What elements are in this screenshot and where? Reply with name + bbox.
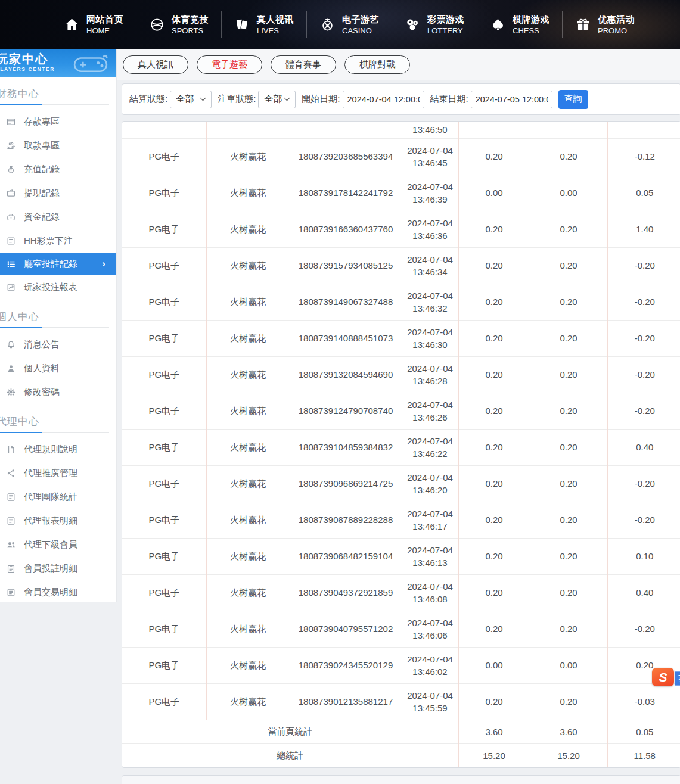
game-cell: 火树赢花 bbox=[206, 211, 290, 247]
game-cell: 火树赢花 bbox=[206, 683, 290, 720]
bet-amount-cell: 0.00 bbox=[458, 647, 530, 683]
time-cell: 2024-07-04 13:46:28 bbox=[402, 356, 458, 393]
ime-language-badge[interactable]: 英 bbox=[675, 671, 680, 686]
sidebar-item-agent-members[interactable]: 代理下級會員 bbox=[0, 533, 116, 556]
bet-amount-cell: 0.20 bbox=[458, 574, 530, 611]
end-date-label: 結束日期: bbox=[430, 94, 468, 105]
platform-cell: PG电子 bbox=[122, 284, 206, 320]
sidebar-item-member-bet-detail[interactable]: 會員投註明細 bbox=[0, 556, 116, 580]
order-id-cell: 1808739049372921859 bbox=[290, 574, 402, 611]
sidebar-item-agent-team-stats[interactable]: 代理團隊統計 bbox=[0, 485, 116, 509]
bet-amount-cell: 0.20 bbox=[458, 211, 530, 247]
bet-amount-cell: 0.20 bbox=[458, 393, 530, 429]
valid-bet-cell: 0.20 bbox=[530, 465, 607, 502]
spade-icon bbox=[490, 17, 506, 33]
valid-bet-cell: 0.20 bbox=[530, 356, 607, 393]
ime-indicator[interactable]: S 英 bbox=[652, 668, 680, 686]
settle-status-select[interactable]: 全部 bbox=[170, 91, 212, 108]
nav-label-en: CHESS bbox=[513, 26, 549, 36]
bet-date: 2024-07-04 bbox=[403, 508, 457, 520]
search-button[interactable]: 查詢 bbox=[558, 90, 588, 109]
tab-board[interactable]: 棋牌對戰 bbox=[344, 55, 410, 74]
sidebar-item-label: 充值記錄 bbox=[24, 164, 60, 175]
order-id-cell: 1808739178142241792 bbox=[290, 175, 402, 211]
tab-sports[interactable]: 體育賽事 bbox=[271, 55, 336, 74]
order-id-cell: 1808739132084594690 bbox=[290, 356, 402, 393]
sidebar-item-change-password[interactable]: 修改密碼 bbox=[0, 380, 116, 404]
win-loss-cell: 0.40 bbox=[607, 574, 680, 611]
sogou-ime-icon[interactable]: S bbox=[652, 668, 674, 686]
game-cell: 火树赢花 bbox=[206, 393, 290, 429]
platform-cell: PG电子 bbox=[122, 175, 206, 211]
bag-icon bbox=[6, 164, 16, 175]
sidebar-item-funds-record[interactable]: 資金記錄 bbox=[0, 205, 116, 229]
bet-amount-cell: 0.20 bbox=[458, 538, 530, 574]
nav-item-lives[interactable]: 真人视讯 LIVES bbox=[222, 14, 306, 36]
bet-time: 13:46:06 bbox=[403, 629, 457, 642]
order-status-select[interactable]: 全部 bbox=[258, 91, 296, 108]
bet-amount-cell: 0.20 bbox=[458, 320, 530, 356]
sidebar-section-title: 財務中心 bbox=[0, 87, 116, 101]
time-cell: 2024-07-04 13:46:22 bbox=[402, 429, 458, 465]
table-row: PG电子火树赢花18087390684821591042024-07-04 13… bbox=[122, 538, 680, 574]
sidebar-item-announcements[interactable]: 消息公告 bbox=[0, 332, 116, 356]
roulette-icon bbox=[319, 17, 336, 33]
table-row: PG电子火树赢花18087390121358812172024-07-04 13… bbox=[122, 683, 680, 720]
hand-icon bbox=[6, 141, 16, 151]
platform-cell: PG电子 bbox=[122, 393, 206, 429]
nav-item-chess[interactable]: 棋牌游戏 CHESS bbox=[477, 14, 562, 36]
chartbox-icon bbox=[6, 282, 16, 293]
start-date-input[interactable] bbox=[343, 91, 424, 108]
bet-time: 13:46:45 bbox=[403, 157, 457, 169]
board-icon bbox=[6, 492, 16, 502]
nav-item-casino[interactable]: 电子游艺 CASINO bbox=[307, 14, 392, 36]
sidebar-item-label: 資金記錄 bbox=[24, 211, 60, 223]
table-row: PG电子火树赢花18087391247907087402024-07-04 13… bbox=[122, 393, 680, 429]
sidebar-item-agent-rules[interactable]: 代理規則說明 bbox=[0, 437, 116, 461]
sidebar-item-agent-report[interactable]: 代理報表明細 bbox=[0, 509, 116, 533]
valid-bet-cell: 0.20 bbox=[530, 429, 607, 465]
bet-date: 2024-07-04 bbox=[403, 399, 457, 411]
tab-live[interactable]: 真人視訊 bbox=[123, 55, 188, 74]
ball-icon bbox=[149, 17, 165, 33]
end-date-input[interactable] bbox=[471, 91, 552, 108]
game-cell: 火树赢花 bbox=[206, 538, 290, 574]
total-summary-row: 總統計15.2015.2011.58 bbox=[122, 743, 680, 767]
nav-item-labels: 彩票游戏 LOTTERY bbox=[427, 14, 464, 36]
sidebar-item-player-report[interactable]: 玩家投注報表 bbox=[0, 275, 116, 299]
nav-item-promo[interactable]: 优惠活动 PROMO bbox=[563, 14, 647, 36]
list-icon bbox=[6, 587, 16, 598]
bet-date: 2024-07-04 bbox=[403, 181, 457, 193]
share-icon bbox=[6, 468, 16, 478]
valid-bet-cell: 0.20 bbox=[530, 611, 607, 647]
win-loss-cell: -0.20 bbox=[607, 320, 680, 356]
nav-item-home[interactable]: 网站首页 HOME bbox=[51, 14, 136, 36]
nav-label-en: LOTTERY bbox=[427, 26, 464, 36]
sidebar-item-agent-promotion[interactable]: 代理推廣管理 bbox=[0, 461, 116, 485]
table-row: PG电子火树赢花18087390243455201292024-07-04 13… bbox=[122, 647, 680, 683]
sidebar-item-recharge-record[interactable]: 充值記錄 bbox=[0, 157, 116, 181]
sidebar-item-label: 個人資料 bbox=[24, 363, 60, 374]
players-center-header: 玩家中心 PLAYERS CENTER bbox=[0, 49, 116, 77]
nav-item-sports[interactable]: 体育竞技 SPORTS bbox=[136, 14, 221, 36]
valid-bet-cell: 0.20 bbox=[530, 574, 607, 611]
nav-item-lottery[interactable]: 彩票游戏 LOTTERY bbox=[392, 14, 477, 36]
sidebar-item-hh-lottery-bet[interactable]: HH彩票下注 bbox=[0, 229, 116, 253]
sidebar-item-profile[interactable]: 個人資料 bbox=[0, 356, 116, 380]
bet-time: 13:46:17 bbox=[403, 520, 457, 533]
nav-item-labels: 棋牌游戏 CHESS bbox=[513, 14, 549, 36]
sidebar-item-member-trade-detail[interactable]: 會員交易明細 bbox=[0, 580, 116, 602]
sidebar-item-deposit-zone[interactable]: 存款專區 bbox=[0, 110, 116, 133]
order-status-value: 全部 bbox=[264, 94, 282, 105]
tab-egame[interactable]: 電子遊藝 bbox=[197, 55, 262, 74]
time-cell: 2024-07-04 13:46:26 bbox=[402, 393, 458, 429]
game-cell: 火树赢花 bbox=[206, 465, 290, 502]
sidebar-item-room-bet-record[interactable]: 廳室投註記錄› bbox=[0, 253, 116, 275]
game-cell: 火树赢花 bbox=[206, 502, 290, 538]
table-row: PG电子火树赢花18087392036855633942024-07-04 13… bbox=[122, 138, 680, 175]
clip-icon bbox=[6, 564, 16, 574]
sidebar-item-withdraw-zone[interactable]: 取款專區 bbox=[0, 133, 116, 157]
bet-amount-cell: 3.60 bbox=[458, 720, 530, 743]
sidebar-item-withdraw-record[interactable]: 提現記錄 bbox=[0, 181, 116, 205]
bet-time: 13:46:30 bbox=[403, 338, 457, 351]
